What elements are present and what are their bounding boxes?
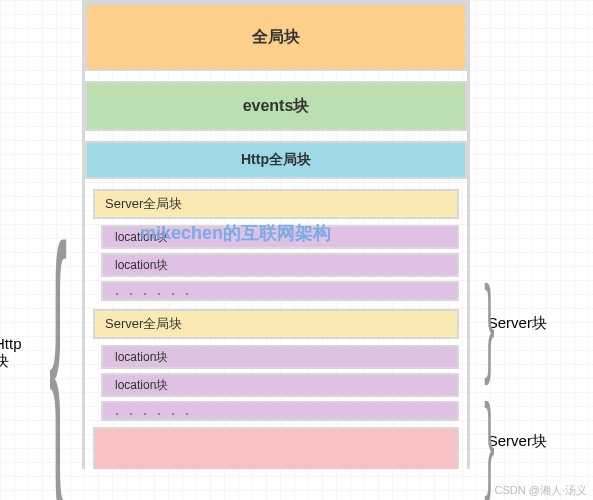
- brace-icon: }: [484, 378, 494, 500]
- http-block-label: Http块: [0, 335, 22, 371]
- server-block-label: Server块: [488, 314, 547, 333]
- brace-icon: {: [49, 180, 67, 500]
- events-block: events块: [85, 81, 467, 131]
- location-block: location块: [101, 373, 459, 397]
- server-block-label: Server块: [488, 432, 547, 451]
- ellipsis-block: 。。。。。。: [101, 401, 459, 421]
- global-block: 全局块: [85, 3, 467, 71]
- ellipsis-block: 。。。。。。: [101, 281, 459, 301]
- server-global-block-1: Server全局块: [93, 189, 459, 219]
- server-global-block-2: Server全局块: [93, 309, 459, 339]
- server-block-brace-1: } Server块: [471, 260, 591, 387]
- location-block: location块: [101, 225, 459, 249]
- http-global-block: Http全局块: [85, 141, 467, 179]
- footer-attribution: CSDN @湘人·汤义: [495, 483, 587, 498]
- location-block: location块: [101, 253, 459, 277]
- server-block-brace-2: } Server块: [471, 378, 591, 500]
- brace-icon: }: [484, 260, 494, 387]
- http-block-brace: Http块 {: [0, 180, 84, 500]
- location-block: location块: [101, 345, 459, 369]
- bottom-continuation: [93, 427, 459, 469]
- nginx-config-diagram: 全局块 events块 Http全局块 Server全局块 location块 …: [82, 0, 470, 469]
